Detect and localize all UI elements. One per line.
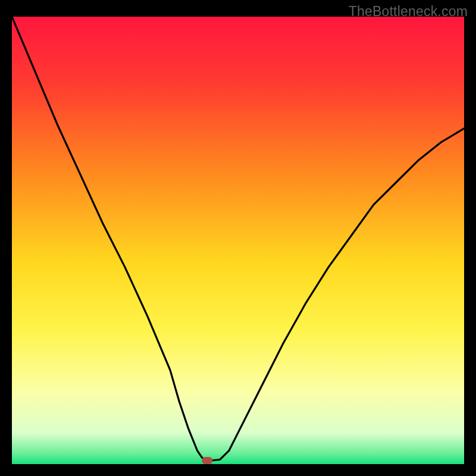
watermark-text: TheBottleneck.com xyxy=(349,4,468,20)
bottleneck-plot xyxy=(12,17,464,464)
optimum-marker xyxy=(202,457,212,464)
plot-svg xyxy=(12,17,464,464)
chart-frame: TheBottleneck.com xyxy=(0,0,476,476)
gradient-background xyxy=(12,17,464,464)
